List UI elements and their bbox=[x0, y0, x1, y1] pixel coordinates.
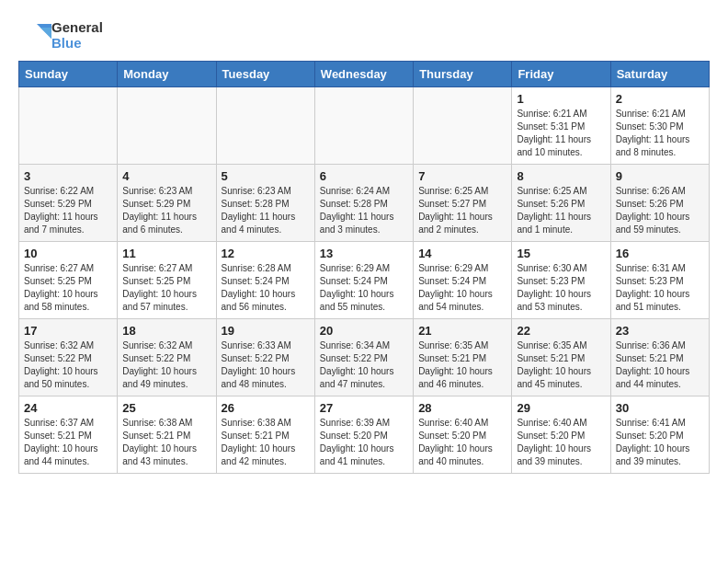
day-number: 27 bbox=[320, 401, 408, 415]
day-info: Sunrise: 6:23 AM Sunset: 5:29 PM Dayligh… bbox=[122, 185, 210, 236]
header: General Blue bbox=[18, 18, 710, 52]
calendar-cell bbox=[118, 87, 216, 165]
day-number: 11 bbox=[122, 247, 210, 260]
day-number: 15 bbox=[517, 247, 605, 260]
calendar-cell: 26Sunrise: 6:38 AM Sunset: 5:21 PM Dayli… bbox=[216, 396, 314, 474]
day-info: Sunrise: 6:27 AM Sunset: 5:25 PM Dayligh… bbox=[122, 262, 210, 314]
day-info: Sunrise: 6:31 AM Sunset: 5:23 PM Dayligh… bbox=[616, 262, 704, 314]
day-info: Sunrise: 6:40 AM Sunset: 5:20 PM Dayligh… bbox=[517, 417, 605, 468]
day-number: 17 bbox=[24, 324, 112, 338]
calendar-cell: 28Sunrise: 6:40 AM Sunset: 5:20 PM Dayli… bbox=[414, 396, 512, 474]
day-number: 8 bbox=[517, 169, 605, 183]
calendar-cell: 29Sunrise: 6:40 AM Sunset: 5:20 PM Dayli… bbox=[512, 396, 610, 474]
day-number: 4 bbox=[122, 169, 210, 183]
calendar-cell: 21Sunrise: 6:35 AM Sunset: 5:21 PM Dayli… bbox=[414, 319, 512, 396]
calendar-cell: 24Sunrise: 6:37 AM Sunset: 5:21 PM Dayli… bbox=[19, 396, 118, 474]
svg-marker-1 bbox=[40, 28, 51, 39]
weekday-header: Sunday bbox=[19, 62, 118, 87]
calendar-cell: 22Sunrise: 6:35 AM Sunset: 5:21 PM Dayli… bbox=[512, 319, 610, 396]
day-number: 24 bbox=[24, 401, 112, 415]
day-info: Sunrise: 6:32 AM Sunset: 5:22 PM Dayligh… bbox=[24, 339, 112, 391]
day-number: 29 bbox=[517, 401, 605, 415]
weekday-header: Saturday bbox=[610, 62, 709, 87]
calendar-cell: 16Sunrise: 6:31 AM Sunset: 5:23 PM Dayli… bbox=[610, 242, 709, 319]
day-info: Sunrise: 6:36 AM Sunset: 5:21 PM Dayligh… bbox=[616, 339, 704, 391]
day-info: Sunrise: 6:33 AM Sunset: 5:22 PM Dayligh… bbox=[222, 339, 310, 391]
calendar-week-row: 24Sunrise: 6:37 AM Sunset: 5:21 PM Dayli… bbox=[19, 396, 710, 474]
calendar-cell: 6Sunrise: 6:24 AM Sunset: 5:28 PM Daylig… bbox=[314, 165, 413, 242]
day-info: Sunrise: 6:34 AM Sunset: 5:22 PM Dayligh… bbox=[320, 339, 408, 391]
weekday-header: Tuesday bbox=[216, 62, 314, 87]
calendar-cell bbox=[314, 87, 413, 165]
day-number: 2 bbox=[616, 92, 704, 106]
calendar-cell: 14Sunrise: 6:29 AM Sunset: 5:24 PM Dayli… bbox=[414, 242, 512, 319]
day-info: Sunrise: 6:26 AM Sunset: 5:26 PM Dayligh… bbox=[616, 185, 704, 236]
calendar-cell: 11Sunrise: 6:27 AM Sunset: 5:25 PM Dayli… bbox=[118, 242, 216, 319]
day-number: 10 bbox=[24, 247, 112, 260]
weekday-header: Monday bbox=[118, 62, 216, 87]
day-number: 1 bbox=[517, 92, 605, 106]
calendar-cell: 20Sunrise: 6:34 AM Sunset: 5:22 PM Dayli… bbox=[314, 319, 413, 396]
day-info: Sunrise: 6:32 AM Sunset: 5:22 PM Dayligh… bbox=[122, 339, 210, 391]
calendar-cell: 18Sunrise: 6:32 AM Sunset: 5:22 PM Dayli… bbox=[118, 319, 216, 396]
day-number: 25 bbox=[122, 401, 210, 415]
day-number: 13 bbox=[320, 247, 408, 260]
calendar-cell: 17Sunrise: 6:32 AM Sunset: 5:22 PM Dayli… bbox=[19, 319, 118, 396]
calendar-cell: 7Sunrise: 6:25 AM Sunset: 5:27 PM Daylig… bbox=[414, 165, 512, 242]
logo-bird-icon bbox=[18, 18, 51, 52]
day-number: 20 bbox=[320, 324, 408, 338]
day-info: Sunrise: 6:25 AM Sunset: 5:26 PM Dayligh… bbox=[517, 185, 605, 236]
day-number: 18 bbox=[122, 324, 210, 338]
day-info: Sunrise: 6:41 AM Sunset: 5:20 PM Dayligh… bbox=[616, 417, 704, 468]
calendar-cell: 19Sunrise: 6:33 AM Sunset: 5:22 PM Dayli… bbox=[216, 319, 314, 396]
calendar-cell: 2Sunrise: 6:21 AM Sunset: 5:30 PM Daylig… bbox=[610, 87, 709, 165]
day-info: Sunrise: 6:29 AM Sunset: 5:24 PM Dayligh… bbox=[320, 262, 408, 314]
calendar-week-row: 17Sunrise: 6:32 AM Sunset: 5:22 PM Dayli… bbox=[19, 319, 710, 396]
logo-container: General Blue bbox=[18, 18, 103, 52]
logo-blue: Blue bbox=[51, 35, 103, 51]
calendar-table: SundayMondayTuesdayWednesdayThursdayFrid… bbox=[18, 61, 710, 474]
day-number: 14 bbox=[418, 247, 506, 260]
calendar-cell bbox=[414, 87, 512, 165]
weekday-header: Thursday bbox=[414, 62, 512, 87]
calendar-cell: 25Sunrise: 6:38 AM Sunset: 5:21 PM Dayli… bbox=[118, 396, 216, 474]
calendar-cell: 10Sunrise: 6:27 AM Sunset: 5:25 PM Dayli… bbox=[19, 242, 118, 319]
day-info: Sunrise: 6:37 AM Sunset: 5:21 PM Dayligh… bbox=[24, 417, 112, 468]
calendar-cell: 3Sunrise: 6:22 AM Sunset: 5:29 PM Daylig… bbox=[19, 165, 118, 242]
calendar-cell: 1Sunrise: 6:21 AM Sunset: 5:31 PM Daylig… bbox=[512, 87, 610, 165]
day-info: Sunrise: 6:22 AM Sunset: 5:29 PM Dayligh… bbox=[24, 185, 112, 236]
logo-icon-wrap bbox=[18, 18, 51, 52]
day-info: Sunrise: 6:21 AM Sunset: 5:30 PM Dayligh… bbox=[616, 108, 704, 159]
day-info: Sunrise: 6:39 AM Sunset: 5:20 PM Dayligh… bbox=[320, 417, 408, 468]
day-info: Sunrise: 6:21 AM Sunset: 5:31 PM Dayligh… bbox=[517, 108, 605, 159]
logo-text-block: General Blue bbox=[51, 19, 103, 52]
calendar-cell: 15Sunrise: 6:30 AM Sunset: 5:23 PM Dayli… bbox=[512, 242, 610, 319]
day-info: Sunrise: 6:40 AM Sunset: 5:20 PM Dayligh… bbox=[418, 417, 506, 468]
day-number: 16 bbox=[616, 247, 704, 260]
calendar-cell: 12Sunrise: 6:28 AM Sunset: 5:24 PM Dayli… bbox=[216, 242, 314, 319]
day-number: 3 bbox=[24, 169, 112, 183]
day-number: 23 bbox=[616, 324, 704, 338]
calendar-week-row: 10Sunrise: 6:27 AM Sunset: 5:25 PM Dayli… bbox=[19, 242, 710, 319]
calendar-week-row: 3Sunrise: 6:22 AM Sunset: 5:29 PM Daylig… bbox=[19, 165, 710, 242]
day-info: Sunrise: 6:25 AM Sunset: 5:27 PM Dayligh… bbox=[418, 185, 506, 236]
day-info: Sunrise: 6:28 AM Sunset: 5:24 PM Dayligh… bbox=[222, 262, 310, 314]
calendar-cell: 23Sunrise: 6:36 AM Sunset: 5:21 PM Dayli… bbox=[610, 319, 709, 396]
day-number: 9 bbox=[616, 169, 704, 183]
calendar-cell: 4Sunrise: 6:23 AM Sunset: 5:29 PM Daylig… bbox=[118, 165, 216, 242]
day-info: Sunrise: 6:24 AM Sunset: 5:28 PM Dayligh… bbox=[320, 185, 408, 236]
calendar-cell bbox=[216, 87, 314, 165]
day-info: Sunrise: 6:27 AM Sunset: 5:25 PM Dayligh… bbox=[24, 262, 112, 314]
logo-general: General bbox=[51, 19, 103, 35]
weekday-header-row: SundayMondayTuesdayWednesdayThursdayFrid… bbox=[19, 62, 710, 87]
day-number: 22 bbox=[517, 324, 605, 338]
weekday-header: Wednesday bbox=[314, 62, 413, 87]
day-info: Sunrise: 6:38 AM Sunset: 5:21 PM Dayligh… bbox=[222, 417, 310, 468]
day-number: 7 bbox=[418, 169, 506, 183]
day-number: 30 bbox=[616, 401, 704, 415]
day-number: 12 bbox=[222, 247, 310, 260]
calendar-cell: 5Sunrise: 6:23 AM Sunset: 5:28 PM Daylig… bbox=[216, 165, 314, 242]
day-number: 21 bbox=[418, 324, 506, 338]
calendar-cell: 30Sunrise: 6:41 AM Sunset: 5:20 PM Dayli… bbox=[610, 396, 709, 474]
day-info: Sunrise: 6:23 AM Sunset: 5:28 PM Dayligh… bbox=[222, 185, 310, 236]
